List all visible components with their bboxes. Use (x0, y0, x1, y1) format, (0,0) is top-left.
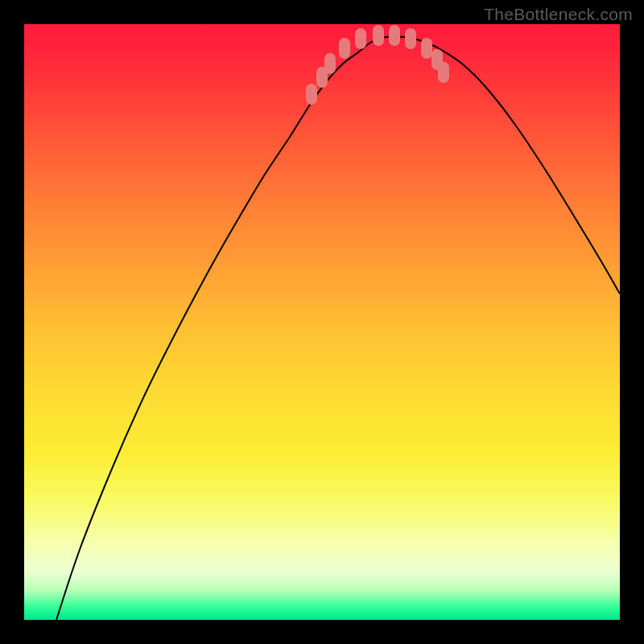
curve-left (56, 36, 394, 620)
bottom-marker (438, 62, 449, 83)
bottom-marker (421, 38, 432, 59)
bottom-marker (306, 84, 317, 105)
bottom-marker (324, 53, 336, 74)
bottom-marker (339, 38, 350, 59)
watermark-text: TheBottleneck.com (484, 5, 633, 24)
curve-svg (24, 24, 620, 620)
bottom-marker (389, 25, 400, 46)
chart-frame: TheBottleneck.com (0, 0, 644, 644)
plot-area (24, 24, 620, 620)
bottom-marker (355, 28, 366, 49)
bottom-markers-group (306, 25, 449, 105)
bottom-marker (405, 28, 416, 49)
bottom-marker (373, 25, 384, 46)
curve-right (394, 36, 620, 294)
